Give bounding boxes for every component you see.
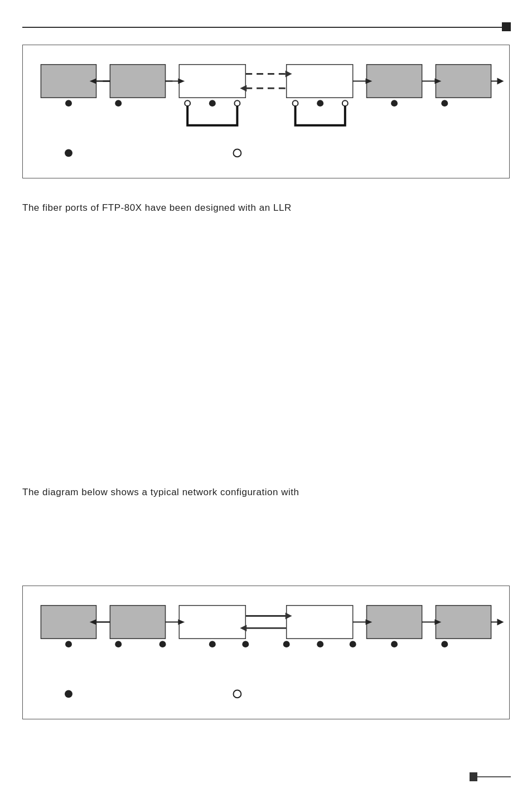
svg-rect-4 [366, 65, 422, 98]
svg-marker-53 [497, 619, 504, 626]
svg-point-62 [391, 641, 398, 647]
diagram-2-svg [23, 586, 509, 719]
paragraph-2: The diagram below shows a typical networ… [22, 485, 510, 500]
bottom-corner-mark [470, 772, 511, 781]
svg-point-32 [65, 149, 72, 157]
svg-point-61 [350, 641, 356, 647]
svg-rect-35 [110, 606, 165, 639]
svg-point-27 [293, 100, 298, 106]
svg-point-29 [342, 100, 348, 106]
svg-point-57 [209, 641, 216, 647]
top-corner-square [502, 22, 511, 31]
svg-point-22 [65, 100, 72, 107]
svg-point-23 [115, 100, 122, 107]
svg-rect-1 [110, 65, 165, 98]
svg-point-24 [185, 100, 190, 106]
svg-point-65 [233, 690, 241, 698]
svg-point-28 [317, 100, 323, 107]
svg-point-56 [159, 641, 166, 647]
diagram-1-svg [23, 45, 509, 178]
svg-point-26 [234, 100, 240, 106]
svg-rect-2 [179, 65, 245, 98]
top-decorative-line [22, 27, 510, 28]
paragraph-1: The fiber ports of FTP-80X have been des… [22, 201, 510, 215]
svg-point-55 [115, 641, 122, 647]
svg-point-58 [242, 641, 249, 647]
svg-rect-3 [287, 65, 353, 98]
svg-rect-34 [41, 606, 96, 639]
svg-point-30 [391, 100, 398, 107]
bottom-line [477, 776, 511, 777]
bottom-block [470, 772, 477, 781]
svg-point-25 [209, 100, 216, 107]
svg-point-33 [233, 149, 241, 157]
svg-point-54 [65, 641, 72, 647]
svg-point-63 [441, 641, 448, 647]
svg-rect-36 [179, 606, 245, 639]
svg-point-64 [65, 690, 72, 698]
svg-rect-39 [436, 606, 491, 639]
svg-rect-38 [366, 606, 422, 639]
svg-rect-0 [41, 65, 96, 98]
svg-marker-21 [497, 78, 504, 85]
svg-rect-37 [287, 606, 353, 639]
svg-point-31 [441, 100, 448, 107]
diagram-1 [22, 45, 510, 178]
svg-rect-5 [436, 65, 491, 98]
svg-point-60 [317, 641, 323, 647]
diagram-2 [22, 586, 510, 719]
svg-point-59 [283, 641, 290, 647]
